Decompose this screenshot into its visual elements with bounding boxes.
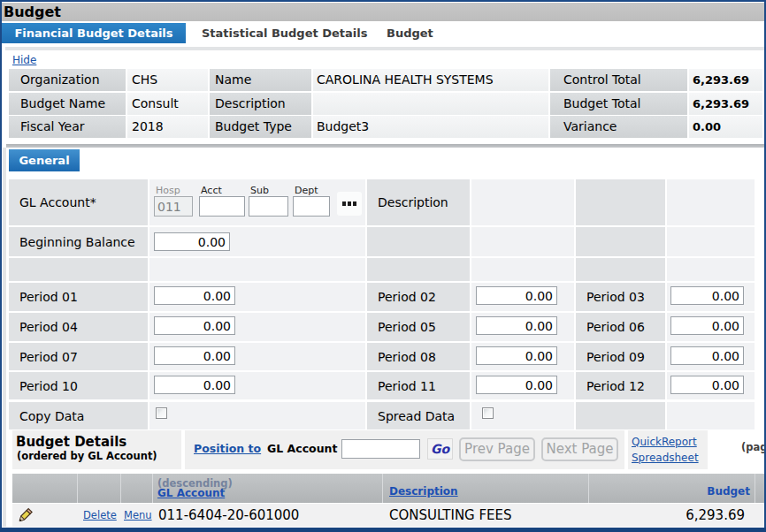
column-divider [755,474,755,503]
period-11-label: Period 11 [367,372,470,399]
row-description: CONSULTING FEES [389,504,512,527]
form-cell-empty [576,402,665,429]
column-divider [152,474,153,503]
acct-input[interactable] [199,196,245,217]
page-note: (page [741,441,766,453]
next-page-button[interactable]: Next Page [541,437,618,461]
prev-page-button[interactable]: Prev Page [459,437,535,461]
form-cell-empty [9,258,148,281]
form-cell-empty [149,258,365,281]
period-03-input[interactable] [670,286,744,305]
copy-data-label: Copy Data [9,402,148,429]
summary-value-description [313,93,548,115]
summary-label-name: Name [210,69,311,91]
form-cell [149,402,365,429]
form-cell-empty [576,227,665,256]
period-10-input[interactable] [154,376,235,394]
spreadsheet-link[interactable]: Spreadsheet [632,452,699,464]
segment-label-hosp: Hosp [156,185,180,196]
summary-value-name: CAROLINA HEALTH SYSTEMS [313,69,548,91]
beginning-balance-input[interactable] [154,232,230,251]
summary-value-budget-total: 6,293.69 [689,93,762,115]
hide-link[interactable]: Hide [12,54,36,66]
go-button[interactable]: Go [427,438,453,460]
column-header-budget: Budget [707,485,750,498]
gl-account-lookup-button[interactable] [337,192,362,216]
description-cell [471,179,574,225]
form-cell-empty [367,227,470,256]
form-cell-empty [667,227,755,256]
position-field-label: GL Account [267,442,337,455]
period-02-input[interactable] [476,286,557,305]
gl-account-label: GL Account* [9,179,148,225]
period-05-input[interactable] [476,316,557,335]
summary-value-control-total: 6,293.69 [689,69,762,91]
summary-value-budget-type: Budget3 [313,116,548,138]
form-cell-empty [471,258,574,281]
tab-statistical-budget-details[interactable]: Statistical Budget Details [202,23,367,43]
form-cell-empty [471,227,574,256]
segment-label-dept: Dept [295,185,318,196]
budget-window: Budget Financial Budget Details Statisti… [0,0,766,532]
description-label: Description [367,179,470,225]
summary-label-budget-name: Budget Name [9,93,126,115]
period-01-label: Period 01 [9,283,148,311]
form-cell-empty [576,258,665,281]
period-12-input[interactable] [670,376,744,394]
summary-label-description: Description [210,93,311,115]
page-title: Budget [2,3,764,21]
period-11-input[interactable] [476,376,557,394]
summary-label-fiscal-year: Fiscal Year [9,116,126,138]
panel-left-border [3,148,6,527]
period-04-label: Period 04 [9,313,148,341]
period-03-label: Period 03 [576,283,665,311]
menu-link[interactable]: Menu [124,504,152,527]
period-04-input[interactable] [154,316,235,335]
dept-input[interactable] [293,196,330,217]
frame-border-bottom [0,528,766,532]
row-budget: 6,293.69 [686,504,745,527]
summary-value-fiscal-year: 2018 [127,116,208,138]
sub-input[interactable] [249,196,288,217]
summary-value-budget-name: Consult [127,93,208,115]
row-gl-account: 011-6404-20-601000 [158,504,299,527]
segment-label-sub: Sub [250,185,269,196]
form-cell-empty [667,402,755,429]
tab-budget[interactable]: Budget [387,23,433,43]
copy-data-checkbox[interactable] [156,407,167,419]
quick-report-link[interactable]: QuickReport [632,436,697,448]
column-header-gl-account[interactable]: GL Account [157,487,225,499]
tab-general[interactable]: General [9,149,80,171]
period-08-input[interactable] [476,346,557,365]
period-07-label: Period 07 [9,343,148,370]
spread-data-checkbox[interactable] [482,407,494,419]
spread-data-label: Spread Data [367,402,470,429]
period-07-input[interactable] [154,346,235,365]
period-09-label: Period 09 [576,343,665,370]
form-cell-empty [667,179,755,225]
tab-financial-budget-details[interactable]: Financial Budget Details [2,23,186,43]
section-divider [6,144,764,148]
details-table-row: Delete Menu 011-6404-20-601000 CONSULTIN… [12,504,764,527]
column-divider [588,474,589,503]
period-05-label: Period 05 [367,313,470,341]
segment-label-acct: Acct [201,185,222,196]
edit-pencil-icon[interactable] [19,507,34,522]
hosp-input [154,196,193,217]
delete-link[interactable]: Delete [83,504,117,527]
form-cell-empty [667,258,755,281]
period-01-input[interactable] [154,286,235,305]
budget-details-subtitle: (ordered by GL Account) [17,451,157,462]
summary-label-control-total: Control Total [550,69,687,91]
summary-label-variance: Variance [550,116,687,138]
summary-panel-top-rule [5,47,764,50]
position-to-link[interactable]: Position to [194,442,261,455]
beginning-balance-label: Beginning Balance [9,227,148,256]
summary-label-budget-total: Budget Total [550,93,687,115]
column-header-description[interactable]: Description [389,485,458,498]
position-to-input[interactable] [341,439,420,459]
column-divider [120,474,121,503]
period-10-label: Period 10 [9,372,148,399]
period-09-input[interactable] [670,346,744,365]
period-06-input[interactable] [670,316,744,335]
